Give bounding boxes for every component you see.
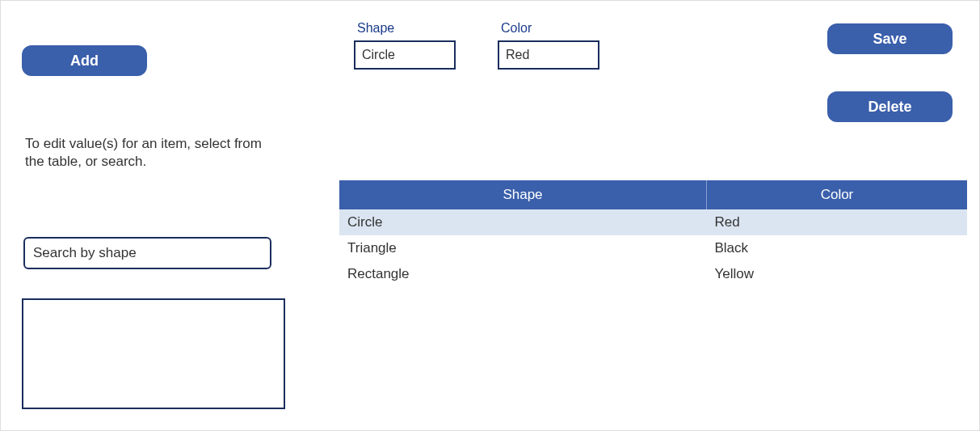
delete-button[interactable]: Delete bbox=[827, 91, 953, 122]
color-label: Color bbox=[498, 21, 599, 36]
table-header-color: Color bbox=[706, 180, 967, 209]
table-cell-color: Black bbox=[706, 235, 967, 261]
table-body: Circle Red Triangle Black Rectangle Yell… bbox=[339, 209, 967, 287]
shape-input[interactable] bbox=[354, 40, 456, 70]
color-field-group: Color bbox=[498, 21, 599, 70]
color-input[interactable] bbox=[498, 40, 599, 70]
add-button[interactable]: Add bbox=[22, 45, 147, 76]
data-table: Shape Color Circle Red Triangle Black Re… bbox=[339, 180, 967, 287]
table-cell-color: Yellow bbox=[706, 261, 967, 287]
table-cell-shape: Rectangle bbox=[339, 261, 706, 287]
search-input[interactable] bbox=[23, 237, 271, 269]
table-header-shape: Shape bbox=[339, 180, 706, 209]
table-row[interactable]: Triangle Black bbox=[339, 235, 967, 261]
table-cell-shape: Circle bbox=[339, 209, 706, 235]
help-text: To edit value(s) for an item, select fro… bbox=[25, 135, 267, 171]
table-cell-shape: Triangle bbox=[339, 235, 706, 261]
shape-label: Shape bbox=[354, 21, 456, 36]
table-header-row: Shape Color bbox=[339, 180, 967, 209]
table-row[interactable]: Rectangle Yellow bbox=[339, 261, 967, 287]
search-results-box[interactable] bbox=[22, 298, 285, 409]
save-button[interactable]: Save bbox=[827, 23, 953, 54]
table-row[interactable]: Circle Red bbox=[339, 209, 967, 235]
shape-field-group: Shape bbox=[354, 21, 456, 70]
table-cell-color: Red bbox=[706, 209, 967, 235]
